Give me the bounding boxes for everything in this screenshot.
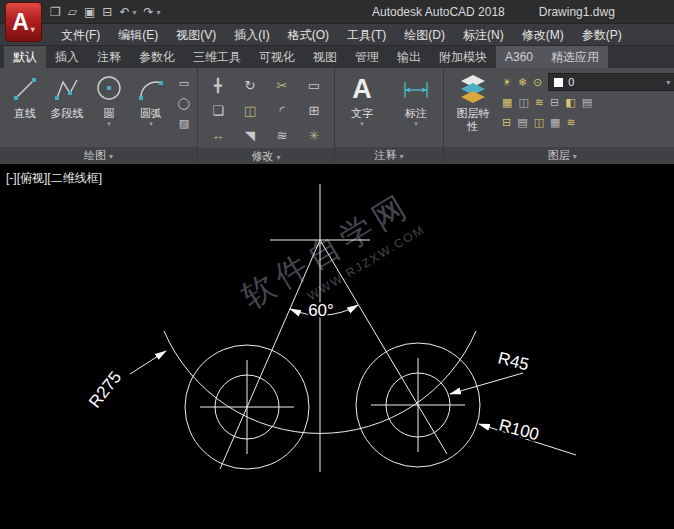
undo-icon[interactable]: ↶ <box>119 5 129 19</box>
text-caret-icon: ▾ <box>360 120 364 128</box>
rotate-icon[interactable]: ↻ <box>234 73 266 98</box>
layer-lock-icon[interactable]: ⊙ <box>533 76 542 89</box>
viewport-controls[interactable]: [-][俯视][二维线框] <box>6 170 102 187</box>
draw-panel-caret-icon: ▾ <box>109 152 113 161</box>
rectangle-icon[interactable]: ▭ <box>175 75 193 91</box>
stretch-icon[interactable]: ↔ <box>202 123 234 148</box>
current-layer-name: 0 <box>568 76 661 88</box>
layer-tool-icon[interactable]: ▦ <box>502 96 512 109</box>
tab-a360[interactable]: A360 <box>496 46 542 68</box>
drawing-canvas[interactable]: 软件自学网 WWW.RJZXW.COM <box>0 164 674 529</box>
layer-tool-icon[interactable]: ⊟ <box>550 96 559 109</box>
panel-draw: 直线 多段线 <box>0 68 198 164</box>
tab-3d-tools[interactable]: 三维工具 <box>184 46 250 68</box>
window-title: Autodesk AutoCAD 2018 Drawing1.dwg <box>372 0 615 24</box>
menu-modify[interactable]: 修改(M) <box>513 24 573 46</box>
text-button[interactable]: A 文字 ▾ <box>339 71 385 147</box>
polyline-icon <box>53 71 81 107</box>
layer-tool-icon[interactable]: ▤ <box>517 116 527 129</box>
line-button[interactable]: 直线 <box>4 71 46 147</box>
layer-properties-button[interactable]: 图层特性 <box>448 71 498 147</box>
menu-draw[interactable]: 绘图(D) <box>395 24 454 46</box>
menu-bar: 文件(F) 编辑(E) 视图(V) 插入(I) 格式(O) 工具(T) 绘图(D… <box>0 24 674 46</box>
layer-tool-icon[interactable]: ≋ <box>566 116 575 129</box>
save-icon[interactable]: ▣ <box>84 5 95 19</box>
tab-view[interactable]: 视图 <box>304 46 346 68</box>
layer-tool-icon[interactable]: ▤ <box>582 96 592 109</box>
plot-icon[interactable]: ⊟ <box>102 5 112 19</box>
layer-tool-icon[interactable]: ◫ <box>518 96 528 109</box>
panel-title-layers[interactable]: 图层▾ <box>444 147 674 164</box>
r275-leader[interactable] <box>130 351 166 374</box>
layer-tool-icon[interactable]: ▦ <box>550 116 560 129</box>
modify-tools-grid: ╋ ↻ ✂ ▭ ❏ ◫ ◜ ⊞ ↔ ◥ ≋ ✳ <box>202 71 330 148</box>
menu-parametric[interactable]: 参数(P) <box>573 24 631 46</box>
redo-icon[interactable]: ↷ <box>143 5 153 19</box>
tab-visualize[interactable]: 可视化 <box>250 46 304 68</box>
dimension-button[interactable]: 标注 ▾ <box>393 71 439 147</box>
fillet-icon[interactable]: ◜ <box>266 98 298 123</box>
panel-annotate: A 文字 ▾ 标注 ▾ <box>335 68 444 164</box>
layer-dropdown[interactable]: 0 ▾ <box>548 73 674 91</box>
array-icon[interactable]: ⊞ <box>298 98 330 123</box>
ellipse-icon[interactable]: ◯ <box>175 95 193 111</box>
drawing-area[interactable]: [-][俯视][二维线框] 软件自学网 WWW.RJZXW.COM <box>0 164 674 529</box>
menu-format[interactable]: 格式(O) <box>279 24 338 46</box>
move-icon[interactable]: ╋ <box>202 73 234 98</box>
circle-button[interactable]: 圆 ▾ <box>88 71 130 147</box>
layer-toggle-row: ☀ ❄ ⊙ 0 ▾ <box>502 73 674 91</box>
open-file-icon[interactable]: ▱ <box>68 5 77 19</box>
layer-tool-icon[interactable]: ◧ <box>565 96 575 109</box>
tab-home[interactable]: 默认 <box>4 46 46 68</box>
redo-caret-icon[interactable]: ▾ <box>157 8 161 17</box>
layer-on-bulb-icon[interactable]: ☀ <box>502 76 512 89</box>
r45-leader[interactable] <box>450 373 523 394</box>
right-slant-line[interactable] <box>320 240 447 454</box>
erase-icon[interactable]: ▭ <box>298 73 330 98</box>
arc-button[interactable]: 圆弧 ▾ <box>130 71 172 147</box>
copy-icon[interactable]: ❏ <box>202 98 234 123</box>
panel-modify: ╋ ↻ ✂ ▭ ❏ ◫ ◜ ⊞ ↔ ◥ ≋ ✳ 修改▾ <box>198 68 335 164</box>
layer-tools-row-2: ⊟ ▤ ◫ ▦ ≋ <box>502 113 674 131</box>
quick-access-toolbar: ❐ ▱ ▣ ⊟ ↶ ▾ ↷ ▾ <box>50 0 161 24</box>
scale-icon[interactable]: ◥ <box>234 123 266 148</box>
offset-icon[interactable]: ≋ <box>266 123 298 148</box>
trim-icon[interactable]: ✂ <box>266 73 298 98</box>
tab-insert[interactable]: 插入 <box>46 46 88 68</box>
polyline-button[interactable]: 多段线 <box>46 71 88 147</box>
circle-caret-icon: ▾ <box>107 120 111 128</box>
mirror-icon[interactable]: ◫ <box>234 98 266 123</box>
application-menu-button[interactable]: A ▾ <box>5 2 42 42</box>
layer-tool-icon[interactable]: ◫ <box>534 116 544 129</box>
menu-edit[interactable]: 编辑(E) <box>109 24 167 46</box>
tab-parametric[interactable]: 参数化 <box>130 46 184 68</box>
explode-icon[interactable]: ✳ <box>298 123 330 148</box>
r45-label[interactable]: R45 <box>496 348 531 374</box>
menu-file[interactable]: 文件(F) <box>52 24 109 46</box>
hatch-icon[interactable]: ▨ <box>175 115 193 131</box>
panel-title-annotate[interactable]: 注释▾ <box>335 147 443 164</box>
tab-manage[interactable]: 管理 <box>346 46 388 68</box>
menu-dimension[interactable]: 标注(N) <box>454 24 513 46</box>
r100-label[interactable]: R100 <box>497 416 541 445</box>
tab-annotate[interactable]: 注释 <box>88 46 130 68</box>
layer-freeze-icon[interactable]: ❄ <box>518 76 527 89</box>
undo-caret-icon[interactable]: ▾ <box>132 8 136 17</box>
menu-tools[interactable]: 工具(T) <box>338 24 395 46</box>
layer-tool-icon[interactable]: ≋ <box>535 96 544 109</box>
menu-view[interactable]: 视图(V) <box>167 24 225 46</box>
panel-title-modify[interactable]: 修改▾ <box>198 148 334 165</box>
tab-output[interactable]: 输出 <box>388 46 430 68</box>
new-file-icon[interactable]: ❐ <box>50 5 61 19</box>
document-title: Drawing1.dwg <box>539 5 615 19</box>
menu-insert[interactable]: 插入(I) <box>225 24 278 46</box>
ribbon-tab-bar: 默认 插入 注释 参数化 三维工具 可视化 视图 管理 输出 附加模块 A360… <box>0 46 674 68</box>
r275-label[interactable]: R275 <box>85 368 125 412</box>
tab-featured-apps[interactable]: 精选应用 <box>542 46 608 68</box>
panel-title-draw[interactable]: 绘图▾ <box>0 147 197 164</box>
layer-properties-icon <box>458 71 488 107</box>
layer-tool-icon[interactable]: ⊟ <box>502 116 511 129</box>
angle-dimension-label[interactable]: 60° <box>308 301 334 320</box>
tab-add-ins[interactable]: 附加模块 <box>430 46 496 68</box>
app-title: Autodesk AutoCAD 2018 <box>372 5 505 19</box>
